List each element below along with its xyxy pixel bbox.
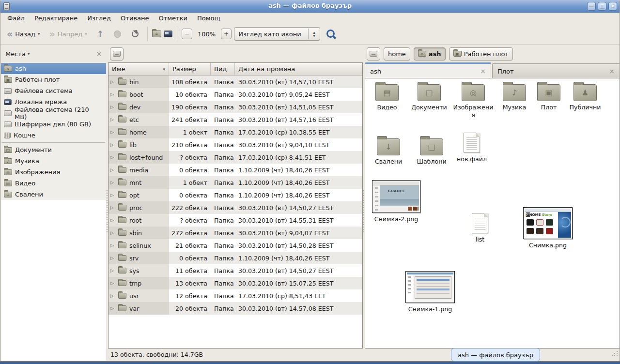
expander-icon[interactable]: ▷ — [110, 167, 115, 172]
breadcrumb-home[interactable]: home — [384, 47, 410, 61]
back-button[interactable]: « Назад ▾ — [3, 26, 43, 42]
menu-file[interactable]: Файл — [2, 14, 30, 23]
icon-item-snimka[interactable]: 🄶GNOME Store Снимка.png — [522, 207, 574, 249]
column-header-size[interactable]: Размер — [169, 63, 211, 75]
expander-icon[interactable]: ▷ — [110, 306, 115, 311]
column-header-type[interactable]: Вид — [211, 63, 235, 75]
table-row[interactable]: ▷ lib 210 обекта Папка 30.03.2010 (вт) 9… — [108, 138, 362, 151]
icon-item-public[interactable]: ♟ Публични — [566, 81, 604, 111]
expander-icon[interactable]: ▷ — [110, 117, 115, 122]
forward-button[interactable]: » Напред ▾ — [46, 26, 90, 42]
expander-icon[interactable]: ▷ — [110, 230, 115, 235]
zoom-out-button[interactable]: − — [182, 29, 192, 39]
icon-item-snimka2[interactable]: GUADEC Снимка-2.png — [371, 180, 421, 223]
sidebar-item-downloads[interactable]: ↓ Свалени — [1, 189, 106, 200]
icon-item-desktop-folder[interactable]: ▣ Плот — [534, 81, 564, 111]
expander-icon[interactable]: ▷ — [110, 293, 115, 298]
root-location-button[interactable] — [367, 47, 380, 61]
table-row[interactable]: ▷ root ? обекта Папка 30.03.2010 (вт) 14… — [108, 214, 362, 227]
sidebar-item-video[interactable]: ▤ Видео — [1, 178, 106, 189]
expander-icon[interactable]: ▷ — [110, 79, 115, 84]
sidebar-item-trash[interactable]: Кошче — [1, 130, 106, 141]
icon-item-snimka1[interactable]: Снимка-1.png — [404, 271, 456, 313]
expander-icon[interactable]: ▷ — [110, 205, 115, 210]
search-icon[interactable] — [326, 29, 336, 39]
sidebar-title[interactable]: Места — [5, 50, 28, 58]
expander-icon[interactable]: ▷ — [110, 193, 115, 197]
reload-icon[interactable] — [131, 30, 139, 38]
expander-icon[interactable]: ▷ — [110, 92, 115, 97]
expander-icon[interactable]: ▷ — [110, 218, 115, 223]
sidebar-close-icon[interactable]: × — [96, 50, 102, 58]
view-mode-select[interactable]: Изглед като икони ▲▼ — [234, 27, 320, 41]
icon-item-list[interactable]: list — [465, 213, 495, 243]
tab-close-icon[interactable]: × — [609, 67, 615, 75]
column-header-name[interactable]: Име ▾ — [108, 63, 169, 75]
expander-icon[interactable]: ▷ — [110, 268, 115, 273]
expander-icon[interactable]: ▷ — [110, 180, 115, 185]
table-row[interactable]: ▷ dev 190 обекта Папка 30.03.2010 (вт) 1… — [108, 101, 362, 113]
menu-view[interactable]: Изглед — [82, 14, 116, 23]
menu-help[interactable]: Помощ — [192, 14, 225, 23]
icon-item-documents[interactable]: □ Документи — [408, 81, 450, 111]
sidebar-item-volume-210mb[interactable]: Файлова система (210 MB) — [1, 107, 106, 119]
sidebar-item-desktop[interactable]: ▣ Работен плот — [1, 74, 106, 85]
home-button-icon[interactable]: ⌂ — [152, 30, 161, 37]
close-button[interactable]: × — [608, 2, 617, 11]
breadcrumb-ash[interactable]: ⌂ ash — [414, 47, 446, 61]
sidebar-item-ash[interactable]: ⌂ ash — [1, 63, 106, 74]
expander-icon[interactable]: ▷ — [110, 281, 115, 286]
expander-icon[interactable]: ▷ — [110, 243, 115, 248]
expander-icon[interactable]: ▷ — [110, 105, 115, 109]
icon-item-music[interactable]: ♪ Музика — [497, 81, 532, 111]
tab-close-icon[interactable]: × — [480, 67, 486, 75]
table-row[interactable]: ▷ proc 222 обекта Папка 30.03.2010 (вт) … — [108, 201, 362, 214]
zoom-in-button[interactable]: + — [221, 29, 232, 39]
table-row[interactable]: ▷ opt 0 обекта Папка 1.10.2009 (чт) 18,4… — [108, 189, 362, 201]
icon-item-video[interactable]: ▤ Видео — [368, 81, 406, 111]
table-row[interactable]: ▷ bin 108 обекта Папка 30.03.2010 (вт) 1… — [108, 76, 362, 88]
table-row[interactable]: ▷ mnt 1 обект Папка 1.10.2009 (чт) 18,40… — [108, 176, 362, 189]
table-row[interactable]: ▷ var 20 обекта Папка 30.03.2010 (вт) 14… — [108, 302, 362, 315]
sidebar-chevron-down-icon[interactable]: ▾ — [28, 51, 96, 56]
icon-item-images[interactable]: ◎ Изображения — [452, 81, 494, 119]
table-row[interactable]: ▷ sys 11 обекта Папка 30.03.2010 (вт) 14… — [108, 264, 362, 277]
table-row[interactable]: ▷ etc 241 обекта Папка 30.03.2010 (вт) 1… — [108, 113, 362, 126]
expander-icon[interactable]: ▷ — [110, 130, 115, 135]
computer-icon[interactable] — [164, 30, 172, 37]
menu-edit[interactable]: Редактиране — [30, 14, 82, 23]
minimize-button[interactable]: — — [587, 2, 596, 11]
go-up-icon[interactable]: ↑ — [93, 29, 108, 39]
icon-item-new-file[interactable]: нов файл — [453, 133, 490, 163]
sidebar-item-encrypted-80gb[interactable]: Шифриран дял (80 GB) — [1, 119, 106, 130]
breadcrumb-desktop[interactable]: ▣ Работен плот — [449, 47, 513, 61]
table-row[interactable]: ▷ sbin 272 обекта Папка 30.03.2010 (вт) … — [108, 227, 362, 239]
icon-item-downloads[interactable]: ↓ Свалени — [369, 136, 408, 166]
resize-grip[interactable] — [612, 351, 618, 357]
expander-icon[interactable]: ▷ — [110, 256, 115, 260]
menu-go[interactable]: Отиване — [116, 14, 154, 23]
sidebar-item-music[interactable]: ♪ Музика — [1, 155, 106, 167]
column-header-date[interactable]: Дата на промяна — [235, 63, 362, 75]
spinner-arrows-icon[interactable]: ▲▼ — [308, 29, 320, 39]
table-row[interactable]: ▷ lost+found ? обекта Папка 17.03.2010 (… — [108, 151, 362, 164]
expander-icon[interactable]: ▷ — [110, 142, 115, 147]
root-location-button[interactable] — [110, 47, 124, 61]
sidebar-item-images[interactable]: ◎ Изображения — [1, 167, 106, 178]
table-row[interactable]: ▷ selinux 21 обекта Папка 30.03.2010 (вт… — [108, 239, 362, 252]
table-row[interactable]: ▷ boot 10 обекта Папка 30.03.2010 (вт) 9… — [108, 88, 362, 101]
table-row[interactable]: ▷ home 1 обект Папка 17.03.2010 (ср) 10,… — [108, 126, 362, 138]
maximize-button[interactable]: □ — [598, 2, 606, 11]
table-row[interactable]: ▷ srv 0 обекта Папка 1.10.2009 (чт) 18,4… — [108, 252, 362, 264]
icon-item-templates[interactable]: □ Шаблони — [412, 136, 451, 166]
table-row[interactable]: ▷ media 0 обекта Папка 1.10.2009 (чт) 18… — [108, 164, 362, 176]
expander-icon[interactable]: ▷ — [110, 155, 115, 160]
titlebar[interactable]: ash — файлов браузър — □ × — [0, 0, 620, 13]
tab-desktop[interactable]: Плот × — [492, 63, 620, 78]
back-history-dropdown-icon[interactable]: ▾ — [38, 31, 40, 36]
sidebar-item-filesystem[interactable]: Файлова система — [1, 85, 106, 96]
tab-ash[interactable]: ash × — [365, 62, 491, 78]
table-row[interactable]: ▷ tmp 13 обекта Папка 30.03.2010 (вт) 15… — [108, 277, 362, 289]
menu-bookmarks[interactable]: Отметки — [154, 14, 192, 23]
sidebar-item-documents[interactable]: □ Документи — [1, 144, 106, 155]
